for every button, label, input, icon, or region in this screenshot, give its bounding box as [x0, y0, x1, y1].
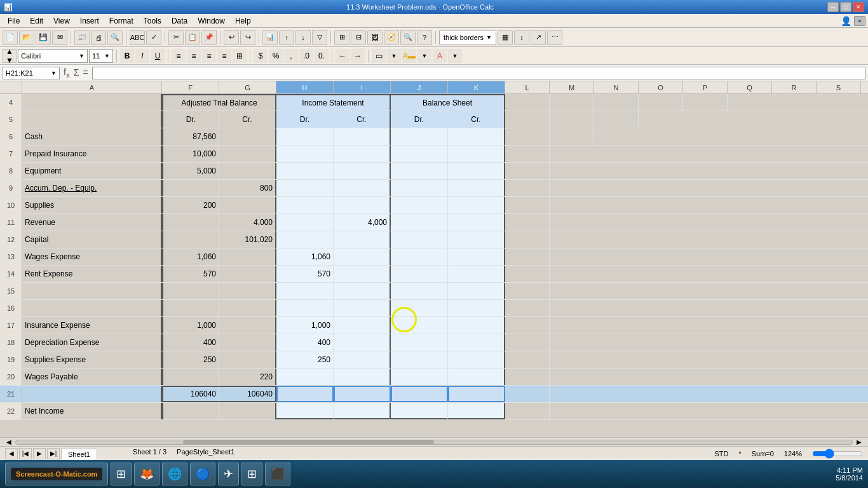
- align-right-button[interactable]: ≡: [202, 49, 216, 63]
- cell-i9[interactable]: [334, 180, 391, 196]
- autospell-button[interactable]: ✓: [146, 30, 161, 45]
- cell-f7[interactable]: 10,000: [162, 146, 219, 162]
- cell-l4[interactable]: [505, 94, 550, 111]
- cell-k5[interactable]: Cr.: [448, 111, 505, 128]
- cell-j6[interactable]: [391, 128, 448, 145]
- cell-f22[interactable]: [162, 403, 219, 419]
- cell-g19[interactable]: [219, 351, 276, 368]
- cell-k19[interactable]: [448, 351, 505, 368]
- col-header-p[interactable]: P: [683, 81, 728, 93]
- new-button[interactable]: 📄: [3, 30, 18, 45]
- spellcheck-button[interactable]: ABC: [130, 30, 145, 45]
- cell-a20[interactable]: Wages Payable: [22, 369, 162, 385]
- taskbar-app3[interactable]: ⬛: [265, 463, 290, 485]
- menu-help[interactable]: Help: [230, 15, 256, 27]
- col-header-r[interactable]: R: [772, 81, 817, 93]
- taskbar-ie[interactable]: 🌐: [162, 463, 187, 485]
- col-header-m[interactable]: M: [550, 81, 594, 93]
- col-header-h[interactable]: H: [276, 81, 334, 93]
- cell-k22[interactable]: [448, 403, 505, 419]
- align-left-button[interactable]: ≡: [172, 49, 186, 63]
- sum-icon[interactable]: Σ: [72, 67, 81, 78]
- cell-j12[interactable]: [391, 231, 448, 248]
- zoom-button[interactable]: 🔍: [400, 30, 416, 45]
- cell-g10[interactable]: [219, 197, 276, 214]
- cell-g9[interactable]: 800: [219, 180, 276, 196]
- cell-h17[interactable]: 1,000: [276, 317, 334, 334]
- cell-k9[interactable]: [448, 180, 505, 196]
- cell-f12[interactable]: [162, 231, 219, 248]
- cell-j20[interactable]: [391, 369, 448, 385]
- cell-k10[interactable]: [448, 197, 505, 214]
- cell-h22[interactable]: [276, 403, 334, 419]
- cell-fg4-merged[interactable]: Adjusted Trial Balance: [162, 94, 276, 111]
- col-header-a[interactable]: A: [22, 81, 162, 93]
- horizontal-scrollbar[interactable]: ◀ ▶: [0, 437, 868, 446]
- cell-g13[interactable]: [219, 248, 276, 265]
- cell-i18[interactable]: [334, 334, 391, 351]
- cell-a22[interactable]: Net Income: [22, 403, 162, 419]
- zoom-slider[interactable]: [812, 449, 863, 459]
- cell-o4[interactable]: [639, 94, 683, 111]
- cell-f6[interactable]: 87,560: [162, 128, 219, 145]
- cell-i19[interactable]: [334, 351, 391, 368]
- cell-a17[interactable]: Insurance Expense: [22, 317, 162, 334]
- pdf-button[interactable]: 📰: [74, 30, 90, 45]
- font-size-box[interactable]: 11 ▼: [89, 49, 113, 63]
- cell-g8[interactable]: [219, 163, 276, 179]
- cell-k11[interactable]: [448, 214, 505, 231]
- open-button[interactable]: 📂: [19, 30, 34, 45]
- cell-f15[interactable]: [162, 283, 219, 299]
- cell-g11[interactable]: 4,000: [219, 214, 276, 231]
- preview-button[interactable]: 🔍: [107, 30, 123, 45]
- cell-l6[interactable]: [505, 128, 550, 145]
- equals-icon[interactable]: =: [81, 67, 89, 78]
- col-header-l[interactable]: L: [505, 81, 550, 93]
- more-button[interactable]: ⋯: [547, 30, 562, 45]
- font-name-box[interactable]: Calibri ▼: [18, 49, 88, 63]
- cell-l14[interactable]: [505, 266, 550, 282]
- cell-l18[interactable]: [505, 334, 550, 351]
- border-dropdown-button[interactable]: ▼: [387, 49, 401, 63]
- cell-i6[interactable]: [334, 128, 391, 145]
- cell-j15[interactable]: [391, 283, 448, 299]
- cell-h7[interactable]: [276, 146, 334, 162]
- cell-m4[interactable]: [550, 94, 594, 111]
- cell-h13[interactable]: 1,060: [276, 248, 334, 265]
- formula-input[interactable]: [92, 67, 865, 79]
- font-color2-dropdown[interactable]: ▼: [448, 49, 462, 63]
- cell-a13[interactable]: Wages Expense: [22, 248, 162, 265]
- percent-button[interactable]: %: [269, 49, 283, 63]
- save-button[interactable]: 💾: [36, 30, 51, 45]
- cell-f19[interactable]: 250: [162, 351, 219, 368]
- cell-f11[interactable]: [162, 214, 219, 231]
- paste-button[interactable]: 📌: [201, 30, 217, 45]
- currency-button[interactable]: $: [254, 49, 268, 63]
- cell-i15[interactable]: [334, 283, 391, 299]
- italic-button[interactable]: I: [135, 49, 149, 63]
- function-wizard-icon[interactable]: fx: [62, 67, 71, 79]
- cell-a11[interactable]: Revenue: [22, 214, 162, 231]
- arrow2-button[interactable]: ↗: [531, 30, 546, 45]
- cell-k8[interactable]: [448, 163, 505, 179]
- col-header-i[interactable]: I: [334, 81, 391, 93]
- menu-view[interactable]: View: [48, 15, 75, 27]
- col-header-q[interactable]: Q: [728, 81, 772, 93]
- cell-l13[interactable]: [505, 248, 550, 265]
- cell-l19[interactable]: [505, 351, 550, 368]
- cell-h6[interactable]: [276, 128, 334, 145]
- cell-i13[interactable]: [334, 248, 391, 265]
- cell-jk4-merged[interactable]: Balance Sheet: [391, 94, 505, 111]
- cell-f13[interactable]: 1,060: [162, 248, 219, 265]
- cell-l20[interactable]: [505, 369, 550, 385]
- cell-k18[interactable]: [448, 334, 505, 351]
- cell-a21[interactable]: [22, 386, 162, 402]
- cell-m5[interactable]: [550, 111, 594, 128]
- cell-h19[interactable]: 250: [276, 351, 334, 368]
- cell-a18[interactable]: Depreciation Expense: [22, 334, 162, 351]
- sheet-nav-right[interactable]: ▶: [33, 448, 46, 459]
- cell-l5[interactable]: [505, 111, 550, 128]
- cell-j7[interactable]: [391, 146, 448, 162]
- cell-j9[interactable]: [391, 180, 448, 196]
- resize-handle[interactable]: ≡: [854, 16, 865, 26]
